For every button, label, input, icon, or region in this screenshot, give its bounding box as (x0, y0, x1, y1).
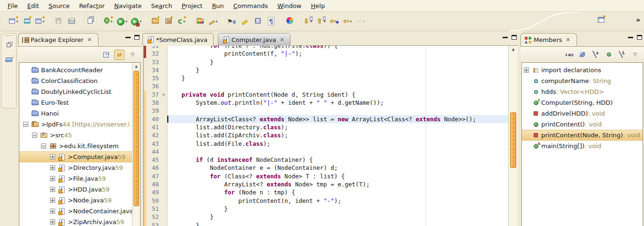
expand-toggle[interactable]: + (50, 187, 55, 192)
member-item-adddrive-hdd-[interactable]: addDrive(HDD) : void (522, 108, 643, 119)
hide-fields-button[interactable] (577, 50, 587, 60)
minimize-button[interactable] (125, 36, 131, 38)
expand-toggle[interactable]: + (50, 176, 55, 181)
member-item-computer-string-hdd-[interactable]: cComputer(String, HDD) (522, 97, 643, 108)
dropdown-arrow-icon[interactable]: ▾ (216, 19, 218, 24)
hide-nonpublic-button[interactable] (603, 50, 614, 60)
tree-item-ipdfs[interactable]: −> IpdFs 44 [https://svnserver.i (19, 119, 132, 130)
package-explorer-tab[interactable]: Package Explorer ✕ (18, 33, 99, 46)
code-text[interactable]: for (Node n : tmp) { (167, 188, 508, 196)
view-menu-button[interactable]: ▽ (127, 50, 138, 60)
close-icon[interactable]: ✕ (566, 37, 570, 43)
tree-item-euro-test[interactable]: Euro-Test (19, 97, 132, 108)
tree-item-computer-java[interactable]: +J> Computer.java 59 (19, 151, 132, 162)
tree-item-doublylinkedcycliclist[interactable]: DoublyLinkedCyclicList (19, 86, 132, 97)
member-item-printcontent-[interactable]: printContent() : void (522, 119, 643, 130)
code-text[interactable]: printContent(f, "|-"); (167, 50, 508, 58)
code-line-53[interactable]: 53 } (144, 221, 508, 226)
code-line-38[interactable]: 38 System.out.println("|-" + ident + " "… (144, 99, 508, 107)
code-line-51[interactable]: 51 } (144, 205, 508, 213)
menu-refactor[interactable]: Refactor (74, 1, 110, 11)
editor-tab--someclass-java[interactable]: J*SomeClass.java (142, 33, 214, 46)
code-line-49[interactable]: 49 for (Node n : tmp) { (144, 188, 508, 196)
expand-toggle[interactable]: + (50, 209, 55, 214)
code-line-48[interactable]: 48 ArrayList<? extends Node> tmp = e.get… (144, 180, 508, 188)
maximize-button[interactable] (134, 35, 140, 40)
tree-item-hdd-java[interactable]: +J> HDD.java 59 (19, 184, 132, 195)
code-line-46[interactable]: 46 NodeContainer e = (NodeContainer) d; (144, 164, 508, 172)
maximize-button[interactable] (512, 35, 517, 40)
debug-button[interactable]: ✦▾ (102, 15, 115, 28)
collapse-all-button[interactable] (101, 50, 111, 60)
new-wizard-button[interactable]: ✦▾ (8, 15, 20, 28)
dropdown-arrow-icon[interactable]: ▾ (125, 19, 127, 24)
scroll-up-arrow[interactable]: ▲ (132, 63, 140, 70)
show-selected-element-button[interactable] (252, 15, 264, 28)
expand-toggle[interactable]: + (524, 67, 529, 73)
open-resource-button[interactable] (3, 54, 15, 65)
code-text[interactable]: } (167, 221, 508, 226)
code-line-32[interactable]: 32 printContent(f, "|-"); (144, 50, 508, 58)
package-explorer-scrollbar[interactable]: ▲ (132, 63, 140, 226)
minimize-button[interactable] (628, 36, 633, 38)
code-text[interactable]: } (167, 74, 508, 82)
sort-button[interactable]: ↓az (564, 50, 574, 60)
code-line-50[interactable]: 50 printContent(n, ident + "-"); (144, 197, 508, 205)
maximize-button[interactable] (637, 35, 642, 40)
tree-item-file-java[interactable]: +J> File.java 59 (19, 173, 132, 184)
open-perspective-button[interactable]: ✦ (595, 13, 607, 26)
color-wheel-button[interactable] (283, 15, 296, 28)
code-line-45[interactable]: 45 if (d instanceof NodeContainer) { (144, 156, 508, 164)
code-line-42[interactable]: 42 list.add(ZipArchiv.class); (144, 131, 508, 139)
code-text[interactable]: System.out.println("|-" + ident + " " + … (167, 99, 508, 107)
code-line-47[interactable]: 47 for (Class<? extends Node> T : list) … (144, 172, 508, 180)
code-text[interactable]: for (Class<? extends Node> T : list) { (167, 172, 508, 180)
code-text[interactable]: for (File f : hdd.get(File.class)) { (167, 46, 508, 50)
view-menu-button[interactable]: ▽ (630, 50, 640, 60)
tree-item-nodecontainer-java[interactable]: +J> NodeContainer.java (19, 206, 132, 217)
expand-toggle[interactable]: + (50, 198, 55, 203)
menu-help[interactable]: Help (306, 1, 330, 11)
run-button[interactable]: ▶▾ (116, 15, 129, 28)
code-text[interactable]: ArrayList<? extends Node> tmp = e.get(T)… (167, 180, 508, 188)
code-line-52[interactable]: 52 } (144, 213, 508, 221)
collapse-toggle[interactable]: − (32, 133, 37, 138)
print-button[interactable] (66, 15, 78, 28)
collapse-toggle[interactable]: − (41, 143, 46, 149)
code-line-41[interactable]: 41 list.add(Directory.class); (144, 123, 508, 131)
menu-project[interactable]: Project (177, 1, 207, 11)
highlighter-button[interactable] (239, 15, 251, 28)
last-edit-location-button[interactable]: ⇦✱ (328, 15, 340, 28)
code-text[interactable]: } (167, 213, 508, 221)
code-line-40[interactable]: 40 ArrayList<Class<? extends Node>> list… (144, 115, 508, 123)
menu-navigate[interactable]: Navigate (109, 1, 146, 11)
tree-item-directory-java[interactable]: +J> Directory.java 59 (19, 162, 132, 173)
toolbar-overflow-button[interactable]: » (636, 16, 639, 24)
code-text[interactable]: printContent(n, ident + "-"); (167, 197, 508, 205)
tree-item-edu-kit-filesystem[interactable]: −> edu.kit.filesystem (19, 141, 132, 151)
code-line-35[interactable]: 35 } (144, 74, 508, 82)
code-line-44[interactable]: 44 (144, 148, 508, 156)
expand-toggle[interactable]: + (50, 219, 55, 225)
code-text[interactable]: private void printContent(Node d, String… (167, 91, 508, 99)
code-text[interactable]: NodeContainer e = (NodeContainer) d; (167, 164, 508, 172)
expand-toggle[interactable]: + (50, 154, 55, 159)
scroll-up-arrow[interactable]: ▲ (509, 46, 518, 53)
menu-source[interactable]: Source (44, 1, 74, 11)
collapse-toggle[interactable]: − (23, 122, 28, 127)
tree-item-ziparchiv-java[interactable]: +J> ZipArchiv.java 59 (19, 217, 132, 226)
member-item-printcontent-node-string-[interactable]: printContent(Node, String) : void (522, 130, 643, 141)
new-java-project-button[interactable]: ✦ (149, 15, 161, 28)
menu-search[interactable]: Search (147, 1, 177, 11)
next-annotation-button[interactable]: ⇩▾ (302, 15, 314, 28)
tree-item-hanoi[interactable]: Hanoi (19, 108, 132, 119)
new-package-button[interactable]: ✦ (162, 15, 174, 28)
link-with-editor-button[interactable]: ⇄ (114, 50, 124, 60)
dropdown-arrow-icon[interactable]: ▾ (363, 19, 365, 24)
expand-toggle[interactable]: + (50, 165, 55, 170)
member-item-import-declarations[interactable]: +import declarations (522, 65, 643, 75)
menu-run[interactable]: Run (207, 1, 229, 11)
code-text[interactable] (167, 148, 508, 156)
build-all-button[interactable] (84, 15, 96, 28)
previous-annotation-button[interactable]: ⇧▾ (315, 15, 327, 28)
